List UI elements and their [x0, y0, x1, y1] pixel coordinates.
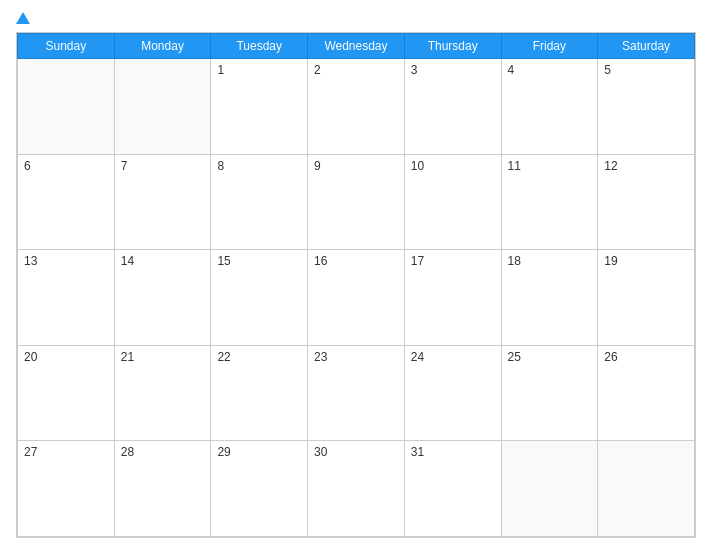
- calendar-cell: [114, 59, 211, 155]
- day-number: 2: [314, 63, 321, 77]
- calendar-grid: SundayMondayTuesdayWednesdayThursdayFrid…: [16, 32, 696, 538]
- day-number: 27: [24, 445, 37, 459]
- day-number: 26: [604, 350, 617, 364]
- day-number: 11: [508, 159, 521, 173]
- weekday-header-thursday: Thursday: [404, 34, 501, 59]
- calendar-cell: 26: [598, 345, 695, 441]
- day-number: 28: [121, 445, 134, 459]
- day-number: 19: [604, 254, 617, 268]
- calendar-cell: 21: [114, 345, 211, 441]
- day-number: 21: [121, 350, 134, 364]
- day-number: 20: [24, 350, 37, 364]
- day-number: 29: [217, 445, 230, 459]
- calendar-cell: 1: [211, 59, 308, 155]
- calendar-cell: [598, 441, 695, 537]
- calendar-cell: 30: [308, 441, 405, 537]
- week-row-5: 2728293031: [18, 441, 695, 537]
- week-row-1: 12345: [18, 59, 695, 155]
- week-row-4: 20212223242526: [18, 345, 695, 441]
- day-number: 18: [508, 254, 521, 268]
- day-number: 16: [314, 254, 327, 268]
- weekday-header-monday: Monday: [114, 34, 211, 59]
- day-number: 7: [121, 159, 128, 173]
- weekday-header-friday: Friday: [501, 34, 598, 59]
- calendar-cell: 17: [404, 250, 501, 346]
- weekday-header-row: SundayMondayTuesdayWednesdayThursdayFrid…: [18, 34, 695, 59]
- calendar-cell: 11: [501, 154, 598, 250]
- day-number: 30: [314, 445, 327, 459]
- logo: [16, 12, 32, 24]
- calendar-cell: [501, 441, 598, 537]
- calendar-cell: 9: [308, 154, 405, 250]
- calendar-cell: 4: [501, 59, 598, 155]
- calendar-cell: 15: [211, 250, 308, 346]
- weekday-header-wednesday: Wednesday: [308, 34, 405, 59]
- day-number: 6: [24, 159, 31, 173]
- calendar-cell: 13: [18, 250, 115, 346]
- weekday-header-saturday: Saturday: [598, 34, 695, 59]
- week-row-2: 6789101112: [18, 154, 695, 250]
- page-header: [16, 12, 696, 24]
- calendar-cell: 18: [501, 250, 598, 346]
- calendar-cell: 6: [18, 154, 115, 250]
- calendar-cell: 5: [598, 59, 695, 155]
- calendar-cell: 28: [114, 441, 211, 537]
- day-number: 3: [411, 63, 418, 77]
- calendar-cell: 2: [308, 59, 405, 155]
- logo-blue-container: [16, 12, 32, 24]
- day-number: 1: [217, 63, 224, 77]
- day-number: 24: [411, 350, 424, 364]
- day-number: 12: [604, 159, 617, 173]
- calendar-cell: 16: [308, 250, 405, 346]
- weekday-header-sunday: Sunday: [18, 34, 115, 59]
- day-number: 5: [604, 63, 611, 77]
- logo-triangle-icon: [16, 12, 30, 24]
- calendar-cell: 20: [18, 345, 115, 441]
- day-number: 14: [121, 254, 134, 268]
- calendar-cell: 8: [211, 154, 308, 250]
- weekday-header-tuesday: Tuesday: [211, 34, 308, 59]
- calendar-cell: 7: [114, 154, 211, 250]
- calendar-cell: 27: [18, 441, 115, 537]
- day-number: 22: [217, 350, 230, 364]
- day-number: 25: [508, 350, 521, 364]
- calendar-cell: 24: [404, 345, 501, 441]
- day-number: 13: [24, 254, 37, 268]
- day-number: 17: [411, 254, 424, 268]
- calendar-cell: 29: [211, 441, 308, 537]
- calendar-cell: 19: [598, 250, 695, 346]
- calendar-cell: 22: [211, 345, 308, 441]
- calendar-cell: 31: [404, 441, 501, 537]
- calendar-cell: [18, 59, 115, 155]
- day-number: 23: [314, 350, 327, 364]
- day-number: 8: [217, 159, 224, 173]
- day-number: 31: [411, 445, 424, 459]
- calendar-cell: 14: [114, 250, 211, 346]
- day-number: 15: [217, 254, 230, 268]
- week-row-3: 13141516171819: [18, 250, 695, 346]
- calendar-cell: 12: [598, 154, 695, 250]
- day-number: 4: [508, 63, 515, 77]
- calendar-cell: 10: [404, 154, 501, 250]
- calendar-cell: 23: [308, 345, 405, 441]
- day-number: 10: [411, 159, 424, 173]
- calendar-cell: 25: [501, 345, 598, 441]
- calendar-cell: 3: [404, 59, 501, 155]
- day-number: 9: [314, 159, 321, 173]
